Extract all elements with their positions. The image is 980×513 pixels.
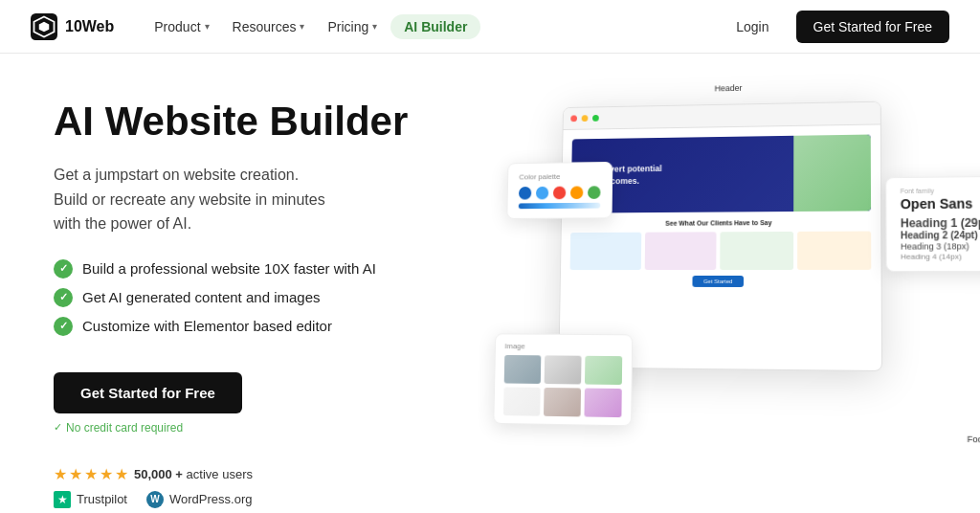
feature-item: Build a professional website 10X faster …: [54, 259, 421, 279]
wordpress-icon: [146, 491, 164, 508]
font-label: Font family: [901, 187, 980, 194]
swatch-3: [553, 187, 567, 200]
nav-right: Login Get Started for Free: [724, 11, 949, 43]
no-credit-card-text: No credit card required: [54, 421, 421, 435]
browser-card-4: [797, 232, 872, 270]
image-thumb-3: [585, 356, 622, 385]
resources-chevron-icon: ▾: [300, 21, 304, 32]
main-content: AI Website Builder Get a jumpstart on we…: [0, 54, 980, 513]
logo-icon: [31, 13, 57, 40]
browser-cards: [570, 232, 872, 271]
image-thumb-2: [545, 355, 582, 384]
star-rating: ★ ★ ★ ★ ★: [54, 465, 128, 483]
browser-hero-image: [793, 135, 871, 212]
image-label: Image: [504, 342, 622, 351]
hero-illustration: We convert potentialinto outcomes. See W…: [459, 54, 980, 513]
star-1: ★: [54, 465, 67, 483]
pricing-chevron-icon: ▾: [372, 21, 377, 32]
stars-row: ★ ★ ★ ★ ★ 50,000 + active users: [54, 465, 421, 483]
nav-ai-builder[interactable]: AI Builder: [390, 14, 480, 39]
product-chevron-icon: ▾: [205, 21, 210, 32]
nav-resources[interactable]: Resources ▾: [223, 13, 315, 40]
color-palette-panel: Color palette: [506, 162, 612, 219]
image-thumb-1: [504, 355, 542, 384]
browser-dot-green: [592, 115, 599, 122]
browser-hero: We convert potentialinto outcomes.: [571, 135, 872, 213]
browser-card-1: [570, 233, 641, 270]
feature-item: Get AI generated content and images: [54, 288, 421, 307]
image-thumb-5: [544, 388, 581, 416]
navbar-cta-button[interactable]: Get Started for Free: [796, 11, 950, 43]
navbar: 10Web Product ▾ Resources ▾ Pricing ▾ AI…: [0, 0, 980, 54]
brand-name: 10Web: [65, 18, 114, 35]
hero-cta-button[interactable]: Get Started for Free: [54, 372, 242, 413]
star-4: ★: [100, 465, 113, 483]
heading2-sample: Heading 2 (24pt): [901, 231, 980, 241]
mockup-container: We convert potentialinto outcomes. See W…: [482, 54, 980, 513]
check-icon-1: [54, 259, 73, 279]
browser-card-2: [644, 232, 716, 270]
login-button[interactable]: Login: [724, 13, 780, 40]
browser-dot-yellow: [582, 115, 589, 122]
browser-card-3: [720, 232, 792, 270]
feature-item: Customize with Elementor based editor: [54, 317, 421, 336]
swatch-1: [519, 187, 531, 200]
cta-section: Get Started for Free No credit card requ…: [54, 372, 421, 435]
nav-pricing[interactable]: Pricing ▾: [318, 13, 387, 40]
star-5: ★: [115, 465, 128, 483]
hero-section: AI Website Builder Get a jumpstart on we…: [0, 54, 459, 513]
star-2: ★: [69, 465, 82, 483]
wordpress-badge[interactable]: WordPress.org: [146, 491, 252, 508]
swatch-4: [570, 186, 584, 199]
browser-mockup: We convert potentialinto outcomes. See W…: [558, 101, 882, 371]
image-thumbs: [503, 355, 622, 417]
image-panel: Image: [493, 333, 633, 426]
browser-cta-row: Get Started: [569, 276, 871, 287]
footer-label: Footer: [967, 435, 980, 445]
check-icon-3: [54, 317, 73, 336]
social-proof: ★ ★ ★ ★ ★ 50,000 + active users Trustpil…: [54, 465, 421, 508]
trustpilot-icon: [54, 491, 71, 508]
check-icon-2: [54, 288, 73, 307]
trustpilot-badge[interactable]: Trustpilot: [54, 491, 127, 508]
heading1-sample: Heading 1 (29px): [901, 217, 980, 230]
nav-links: Product ▾ Resources ▾ Pricing ▾ AI Build…: [145, 13, 724, 40]
star-3: ★: [84, 465, 98, 483]
image-thumb-4: [503, 387, 541, 415]
header-label: Header: [715, 83, 743, 93]
features-list: Build a professional website 10X faster …: [54, 259, 421, 346]
palette-label: Color palette: [519, 172, 600, 182]
browser-cta-mini: Get Started: [692, 276, 744, 287]
swatch-5: [588, 186, 601, 199]
font-panel: Font family Open Sans Heading 1 (29px) H…: [885, 176, 980, 272]
image-thumb-6: [584, 389, 621, 418]
hero-title: AI Website Builder: [54, 100, 421, 144]
font-sizes: Heading 1 (29px) Heading 2 (24pt) Headin…: [901, 217, 980, 261]
swatch-2: [536, 187, 548, 200]
font-name: Open Sans: [901, 195, 980, 212]
nav-product[interactable]: Product ▾: [145, 13, 218, 40]
palette-swatches: [519, 186, 601, 199]
browser-section-title: See What Our Clients Have to Say: [570, 218, 871, 227]
heading4-sample: Heading 4 (14px): [901, 253, 980, 260]
trust-badges: Trustpilot WordPress.org: [54, 491, 421, 508]
logo[interactable]: 10Web: [31, 13, 114, 40]
hero-subtitle: Get a jumpstart on website creation. Bui…: [54, 163, 421, 236]
browser-dot-red: [570, 115, 577, 122]
palette-bar: [519, 203, 601, 209]
heading3-sample: Heading 3 (18px): [901, 242, 980, 251]
users-count: 50,000 + active users: [134, 467, 253, 481]
